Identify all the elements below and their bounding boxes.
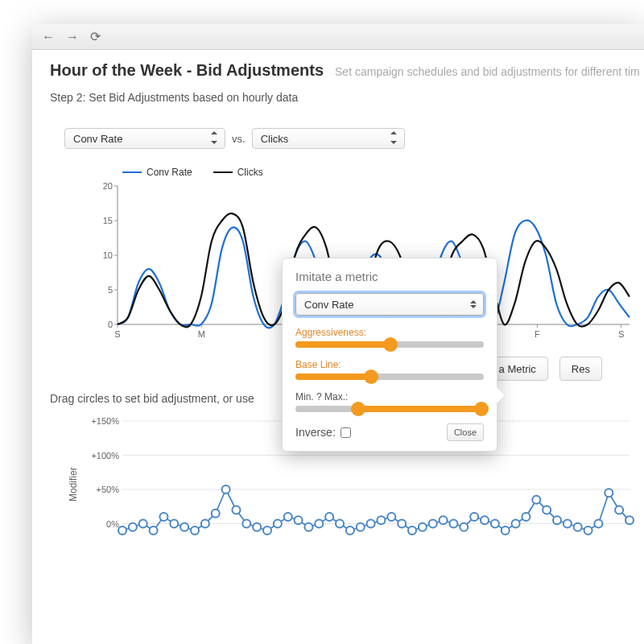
modifier-handle[interactable] [491, 520, 499, 528]
modifier-handle[interactable] [615, 506, 623, 514]
primary-metric-select[interactable]: Conv Rate [64, 128, 225, 149]
popover-metric-value: Conv Rate [304, 299, 353, 311]
modifier-handle[interactable] [429, 520, 437, 528]
popover-metric-select[interactable]: Conv Rate [295, 293, 484, 316]
vs-label: vs. [232, 133, 246, 145]
modifier-y-tick: +150% [85, 416, 119, 426]
modifier-handle[interactable] [357, 523, 365, 531]
y-tick: 0 [97, 320, 113, 329]
modifier-handle[interactable] [522, 513, 530, 521]
y-tick: 20 [97, 181, 113, 191]
modifier-handle[interactable] [118, 526, 126, 535]
modifier-handle[interactable] [387, 513, 395, 521]
inverse-row: Inverse: [295, 426, 351, 439]
step-label: Step 2: Set Bid Adjustments based on hou… [50, 91, 644, 104]
modifier-handle[interactable] [481, 516, 489, 524]
range-slider[interactable] [295, 406, 484, 412]
secondary-metric-value: Clicks [261, 133, 289, 145]
modifier-handle[interactable] [295, 516, 303, 524]
aggressiveness-label: Aggressiveness: [295, 327, 484, 338]
browser-toolbar: ← → ⟳ [32, 24, 644, 50]
modifier-handle[interactable] [553, 516, 561, 524]
x-tick: F [529, 329, 545, 339]
modifier-handle[interactable] [367, 520, 375, 528]
modifier-handle[interactable] [532, 496, 540, 504]
chevron-updown-icon [470, 300, 477, 308]
modifier-handle[interactable] [470, 513, 478, 521]
modifier-handle[interactable] [625, 516, 634, 524]
reload-icon[interactable]: ⟳ [90, 31, 101, 43]
inverse-checkbox[interactable] [341, 427, 351, 438]
imitate-metric-popover: Imitate a metric Conv Rate Aggressivenes… [282, 258, 497, 452]
modifier-handle[interactable] [605, 489, 613, 497]
modifier-y-tick: 0% [85, 519, 119, 529]
modifier-handle[interactable] [325, 513, 333, 521]
modifier-handle[interactable] [180, 523, 188, 531]
aggressiveness-slider[interactable] [295, 341, 484, 348]
modifier-handle[interactable] [304, 523, 312, 531]
modifier-handle[interactable] [274, 520, 282, 528]
modifier-handle[interactable] [232, 506, 240, 514]
modifier-handle[interactable] [170, 520, 178, 528]
modifier-handle[interactable] [242, 520, 250, 528]
modifier-handle[interactable] [139, 520, 147, 528]
page-title: Hour of the Week - Bid Adjustments [50, 61, 324, 80]
inverse-label: Inverse: [295, 426, 336, 439]
primary-metric-value: Conv Rate [73, 133, 122, 145]
aggressiveness-thumb[interactable] [383, 337, 398, 352]
baseline-thumb[interactable] [364, 369, 378, 384]
modifier-handle[interactable] [594, 520, 602, 528]
range-max-thumb[interactable] [474, 402, 489, 416]
app-window: ← → ⟳ Hour of the Week - Bid Adjustments… [32, 24, 644, 644]
modifier-handle[interactable] [460, 523, 468, 531]
modifier-handle[interactable] [564, 520, 572, 528]
page-subtitle: Set campaign schedules and bid adjustmen… [335, 65, 640, 78]
modifier-axis-label: Modifier [68, 467, 79, 502]
modifier-handle[interactable] [284, 513, 292, 521]
modifier-handle[interactable] [222, 485, 230, 493]
modifier-handle[interactable] [574, 523, 582, 531]
secondary-metric-select[interactable]: Clicks [252, 128, 405, 149]
baseline-label: Base Line: [295, 359, 484, 370]
modifier-handle[interactable] [408, 526, 416, 535]
modifier-handle[interactable] [398, 520, 406, 528]
range-label: Min. ? Max.: [295, 391, 484, 402]
modifier-handle[interactable] [159, 513, 167, 521]
x-tick: M [193, 329, 209, 339]
close-button[interactable]: Close [447, 423, 484, 441]
modifier-handle[interactable] [336, 520, 344, 528]
modifier-handle[interactable] [191, 526, 199, 535]
y-tick: 10 [97, 250, 113, 260]
modifier-handle[interactable] [584, 526, 592, 535]
modifier-handle[interactable] [212, 510, 220, 518]
modifier-handle[interactable] [543, 506, 551, 514]
range-min-thumb[interactable] [351, 402, 365, 416]
modifier-handle[interactable] [253, 523, 261, 531]
modifier-handle[interactable] [150, 526, 158, 535]
forward-icon[interactable]: → [66, 31, 79, 43]
popover-title: Imitate a metric [295, 270, 484, 283]
modifier-handle[interactable] [502, 526, 510, 535]
modifier-handle[interactable] [315, 520, 323, 528]
y-tick: 5 [97, 285, 113, 295]
x-tick: S [109, 329, 126, 339]
modifier-handle[interactable] [377, 516, 385, 524]
metric-compare-row: Conv Rate vs. Clicks [64, 128, 644, 149]
y-tick: 15 [97, 216, 113, 225]
modifier-handle[interactable] [512, 520, 520, 528]
baseline-slider[interactable] [295, 374, 484, 380]
x-tick: S [613, 329, 630, 339]
modifier-handle[interactable] [263, 526, 271, 535]
modifier-handle[interactable] [449, 520, 457, 528]
modifier-y-tick: +100% [85, 451, 119, 460]
modifier-handle[interactable] [129, 523, 137, 531]
modifier-handle[interactable] [440, 516, 448, 524]
back-icon[interactable]: ← [42, 31, 55, 43]
modifier-handle[interactable] [201, 520, 209, 528]
modifier-y-tick: +50% [85, 485, 119, 494]
modifier-handle[interactable] [419, 523, 427, 531]
modifier-handle[interactable] [346, 526, 354, 535]
